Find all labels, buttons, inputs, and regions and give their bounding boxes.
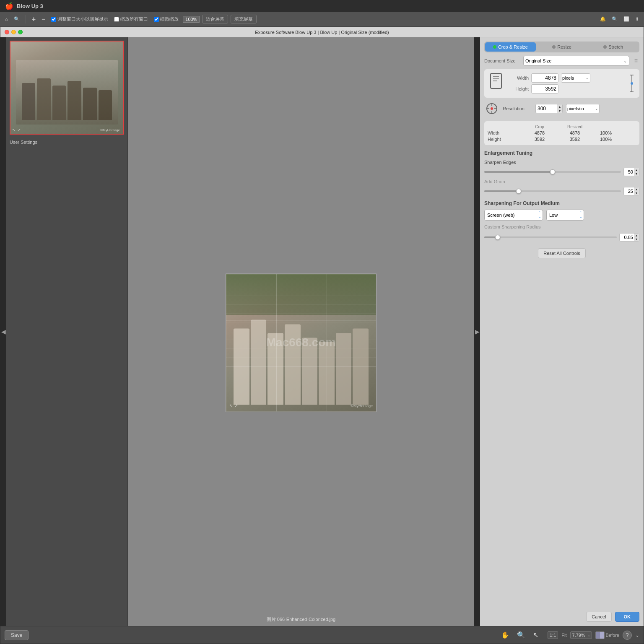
dimensions-fields: Width pixels inches cm Height — [508, 73, 624, 93]
mode-tabs: Crop & Resize Resize Stretch — [484, 42, 639, 52]
sharpen-edges-stepper: ▲ ▼ — [634, 168, 639, 176]
tab-stretch[interactable]: Stretch — [588, 42, 639, 52]
window-button[interactable]: ⬜ — [622, 16, 631, 23]
custom-radius-thumb[interactable] — [495, 235, 500, 240]
right-panel-arrow[interactable]: ▶ — [474, 37, 480, 626]
search-global-button[interactable]: 🔍 — [610, 16, 619, 23]
zoom-selector[interactable]: 7.79% 25% 50% 100% — [570, 631, 592, 639]
tab-resize[interactable]: Resize — [537, 42, 587, 52]
unit-select[interactable]: pixels inches cm — [561, 73, 590, 83]
select-tool[interactable]: ↖ — [531, 630, 540, 640]
height-label: Height — [508, 86, 529, 91]
res-unit-wrapper: pixels/in pixels/cm — [566, 104, 600, 113]
ct-header-crop: Crop — [523, 125, 556, 129]
before-button[interactable]: Before — [595, 631, 619, 639]
preview-image: Mac668.com ↖↗ ©MyHeritage — [226, 274, 376, 411]
add-grain-value-wrapper: ▲ ▼ — [623, 187, 639, 195]
settings-icon[interactable]: ≡ — [633, 57, 639, 65]
zoom-in-button[interactable]: + — [30, 15, 37, 24]
ok-button[interactable]: OK — [615, 612, 640, 622]
save-button[interactable]: Save — [5, 630, 29, 640]
home-button[interactable]: ⌂ — [3, 16, 10, 23]
zoom-out-button[interactable]: − — [40, 15, 47, 24]
thumbnail-nav: ↖↗ — [12, 127, 21, 132]
fill-screen-button[interactable]: 填充屏幕 — [231, 15, 257, 23]
main-preview: Mac668.com ↖↗ ©MyHeritage 图片 066-Enhance… — [128, 37, 474, 626]
custom-radius-row: ▲ ▼ — [484, 233, 639, 242]
share-button[interactable]: ⬆ — [634, 16, 641, 23]
sharpen-edges-label: Sharpen Edges — [484, 160, 516, 165]
medium-select-wrapper: Screen (web) Print — [484, 210, 543, 221]
resolution-icon — [484, 101, 499, 116]
height-input[interactable] — [531, 84, 558, 93]
hand-tool[interactable]: ✋ — [499, 630, 512, 640]
checkbox-adjust-window[interactable]: 调整窗口大小以满屏显示 — [49, 15, 110, 23]
svg-point-4 — [631, 82, 633, 85]
add-grain-thumb[interactable] — [516, 189, 521, 194]
resolution-down[interactable]: ▼ — [557, 109, 562, 113]
user-settings-label: User Settings — [6, 138, 127, 146]
help-button[interactable]: ? — [623, 631, 632, 640]
unit-wrapper: pixels inches cm — [561, 73, 590, 83]
app-name: Blow Up 3 — [17, 3, 43, 9]
sharpen-edges-track[interactable] — [484, 171, 621, 173]
width-input[interactable] — [531, 73, 558, 83]
document-size-label: Document Size — [484, 58, 520, 63]
left-panel-arrow[interactable]: ◀ — [0, 37, 6, 626]
preview-image-container[interactable]: Mac668.com ↖↗ ©MyHeritage — [226, 273, 377, 412]
fit-screen-button[interactable]: 适合屏幕 — [202, 15, 228, 23]
dimensions-section: Width pixels inches cm Height — [484, 69, 639, 98]
res-unit-select[interactable]: pixels/in pixels/cm — [566, 104, 600, 113]
mac-title-bar: 🍎 Blow Up 3 — [0, 0, 644, 12]
add-grain-row: ▲ ▼ — [484, 187, 639, 195]
ct-height-crop: 3592 — [523, 137, 556, 142]
ct-width-resized: 4878 — [558, 130, 592, 135]
notifications-button[interactable]: 🔔 — [598, 16, 608, 23]
preview-grid — [226, 274, 376, 411]
svg-point-6 — [491, 107, 493, 110]
bottom-chevron[interactable]: ⌄ — [635, 632, 639, 638]
zoom-tool[interactable]: 🔍 — [515, 630, 527, 640]
link-icon — [628, 74, 635, 93]
custom-radius-up[interactable]: ▲ — [634, 234, 639, 237]
crop-table-grid: Crop Resized Width 4878 4878 100% Height… — [488, 125, 636, 142]
checkbox-zoom-all[interactable]: 缩放所有窗口 — [112, 15, 150, 23]
sharpen-edges-down[interactable]: ▼ — [634, 172, 639, 176]
checkbox-fine-zoom[interactable]: 细微缩放 — [152, 15, 180, 23]
add-grain-track[interactable] — [484, 190, 621, 192]
custom-radius-track[interactable] — [484, 236, 617, 238]
cancel-button[interactable]: Cancel — [586, 612, 611, 622]
custom-radius-down[interactable]: ▼ — [634, 237, 639, 241]
zoom-input[interactable] — [183, 16, 200, 23]
add-grain-up[interactable]: ▲ — [634, 187, 639, 191]
level-select[interactable]: Low Medium High None — [546, 210, 584, 221]
custom-radius-label: Custom Sharpening Radius — [484, 224, 541, 229]
crop-resize-dot — [493, 45, 496, 49]
apple-icon: 🍎 — [5, 2, 13, 10]
tab-crop-resize[interactable]: Crop & Resize — [485, 42, 536, 52]
plugin-close-button[interactable] — [5, 30, 9, 34]
plugin-zoom-button[interactable] — [18, 30, 23, 34]
plugin-minimize-button[interactable] — [11, 30, 16, 34]
ct-height-percent: 100% — [593, 137, 618, 142]
settings-list — [6, 146, 127, 626]
medium-select[interactable]: Screen (web) Print — [484, 210, 543, 221]
custom-radius-label-row: Custom Sharpening Radius — [484, 224, 639, 230]
search-button[interactable]: 🔍 — [12, 16, 21, 23]
right-panel: Crop & Resize Resize Stretch Document Si… — [480, 37, 644, 626]
thumbnail-image[interactable]: ↖↗ ©MyHeritage — [10, 42, 123, 134]
resolution-up[interactable]: ▲ — [557, 104, 562, 109]
filename-label: 图片 066-Enhanced-Colorized.jpg — [267, 616, 335, 623]
reset-button[interactable]: Reset All Controls — [538, 248, 585, 258]
output-medium-row: Screen (web) Print Low Medium High None — [484, 210, 639, 221]
height-row: Height — [508, 84, 624, 93]
plugin-window: Exposure Software Blow Up 3 | Blow Up | … — [0, 27, 644, 644]
sharpen-edges-value-wrapper: ▲ ▼ — [623, 168, 639, 176]
stretch-dot — [603, 45, 607, 49]
sharpen-edges-up[interactable]: ▲ — [634, 168, 639, 172]
document-size-select[interactable]: Original Size Custom Size — [523, 56, 629, 66]
add-grain-down[interactable]: ▼ — [634, 191, 639, 195]
sharpen-edges-thumb[interactable] — [550, 169, 555, 174]
fit-button[interactable]: Fit — [561, 633, 566, 638]
add-grain-fill — [484, 190, 519, 192]
